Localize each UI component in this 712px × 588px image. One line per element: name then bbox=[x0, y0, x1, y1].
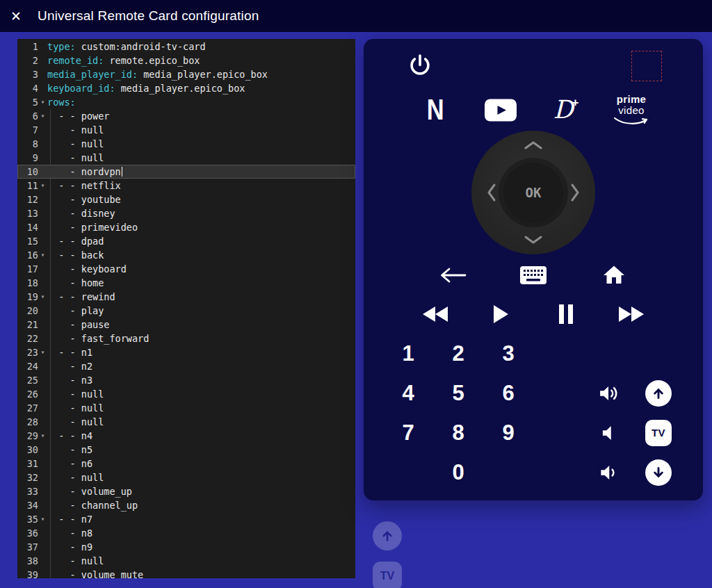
fold-arrow-icon[interactable]: ▾ bbox=[38, 345, 47, 359]
code-line[interactable]: 22 - fast_forward bbox=[17, 332, 355, 345]
code-line[interactable]: 17 - keyboard bbox=[17, 262, 355, 276]
remote-row-5 bbox=[364, 295, 703, 334]
digit-6-button[interactable]: 6 bbox=[502, 381, 514, 406]
line-number: 15 bbox=[17, 234, 38, 248]
code-line[interactable]: 34 - channel_up bbox=[17, 498, 355, 512]
youtube-button[interactable] bbox=[485, 99, 517, 122]
code-line[interactable]: 15 - - dpad bbox=[17, 234, 355, 248]
code-line[interactable]: 19▾ - - rewind bbox=[17, 290, 355, 304]
line-number: 11 bbox=[17, 179, 38, 193]
fold-arrow-icon[interactable]: ▾ bbox=[38, 109, 47, 123]
remote-row-8: 7 8 9 TV bbox=[364, 413, 703, 452]
fold-arrow-icon[interactable]: ▾ bbox=[38, 512, 47, 526]
code-line[interactable]: 30 - n5 bbox=[17, 443, 355, 457]
code-line[interactable]: 26 - null bbox=[17, 387, 355, 401]
line-number: 13 bbox=[17, 206, 38, 220]
digit-9-button[interactable]: 9 bbox=[502, 420, 514, 446]
play-button[interactable] bbox=[492, 304, 510, 325]
dpad-left-button[interactable] bbox=[483, 178, 501, 207]
rewind-button[interactable] bbox=[421, 305, 449, 323]
code-line[interactable]: 1type: custom:android-tv-card bbox=[17, 40, 355, 54]
code-line[interactable]: 23▾ - - n1 bbox=[17, 345, 355, 359]
fast-forward-button[interactable] bbox=[617, 305, 645, 323]
code-text: - channel_up bbox=[47, 498, 138, 512]
volume-down-button[interactable] bbox=[597, 462, 620, 483]
home-button[interactable] bbox=[601, 263, 626, 288]
digit-2-button[interactable]: 2 bbox=[452, 341, 464, 366]
code-line[interactable]: 25 - n3 bbox=[17, 373, 355, 387]
code-line[interactable]: 4keyboard_id: media_player.epico_box bbox=[17, 81, 355, 95]
yaml-editor[interactable]: 1type: custom:android-tv-card2remote_id:… bbox=[17, 39, 355, 578]
code-line[interactable]: 27 - null bbox=[17, 401, 355, 415]
remote-row-1 bbox=[364, 42, 703, 90]
digit-1-button[interactable]: 1 bbox=[402, 341, 414, 366]
code-text: - - rewind bbox=[47, 290, 115, 304]
fold-arrow-icon[interactable]: ▾ bbox=[38, 290, 47, 304]
netflix-button[interactable]: N bbox=[425, 95, 446, 124]
code-line[interactable]: 37 - n9 bbox=[17, 540, 355, 554]
channel-down-button[interactable] bbox=[645, 459, 672, 486]
prime-video-button[interactable]: prime video bbox=[613, 94, 650, 126]
channel-up-button[interactable] bbox=[645, 380, 672, 407]
code-line[interactable]: 32 - null bbox=[17, 471, 355, 484]
code-line[interactable]: 16▾ - - back bbox=[17, 248, 355, 262]
fold-spacer bbox=[38, 81, 47, 95]
code-line[interactable]: 3media_player_id: media_player.epico_box bbox=[17, 67, 355, 81]
chevron-left-icon bbox=[487, 182, 496, 203]
code-line[interactable]: 7 - null bbox=[17, 123, 355, 137]
volume-up-button[interactable] bbox=[597, 383, 620, 404]
code-line[interactable]: 14 - primevideo bbox=[17, 220, 355, 234]
code-text: - null bbox=[47, 415, 104, 429]
digit-3-button[interactable]: 3 bbox=[502, 341, 514, 366]
code-line[interactable]: 29▾ - - n4 bbox=[17, 429, 355, 443]
disney-plus-button[interactable]: D+ bbox=[553, 97, 579, 122]
code-line[interactable]: 39 - volume_mute bbox=[17, 568, 355, 578]
close-button[interactable]: ✕ bbox=[0, 0, 32, 32]
code-line[interactable]: 12 - youtube bbox=[17, 193, 355, 206]
digit-8-button[interactable]: 8 bbox=[452, 420, 464, 446]
back-button[interactable] bbox=[438, 267, 467, 284]
digit-7-button[interactable]: 7 bbox=[402, 420, 414, 446]
code-line[interactable]: 6▾ - - power bbox=[17, 109, 355, 123]
fold-arrow-icon[interactable]: ▾ bbox=[38, 429, 47, 443]
code-line[interactable]: 36 - n8 bbox=[17, 526, 355, 540]
code-line[interactable]: 28 - null bbox=[17, 415, 355, 429]
code-line[interactable]: 10 - nordvpn bbox=[17, 165, 355, 179]
pause-button[interactable] bbox=[558, 304, 574, 324]
code-text: - fast_forward bbox=[47, 332, 149, 345]
fold-arrow-icon[interactable]: ▾ bbox=[38, 248, 47, 262]
digit-0-button[interactable]: 0 bbox=[452, 460, 464, 485]
code-line[interactable]: 35▾ - - n7 bbox=[17, 512, 355, 526]
dpad-ok-button[interactable]: OK bbox=[503, 163, 563, 222]
code-line[interactable]: 5▾rows: bbox=[17, 95, 355, 109]
code-line[interactable]: 21 - pause bbox=[17, 318, 355, 332]
dpad-up-button[interactable] bbox=[519, 136, 548, 154]
tv-button[interactable]: TV bbox=[645, 420, 672, 446]
code-line[interactable]: 18 - home bbox=[17, 276, 355, 290]
code-line[interactable]: 13 - disney bbox=[17, 206, 355, 220]
code-text: - null bbox=[47, 151, 104, 165]
code-line[interactable]: 8 - null bbox=[17, 137, 355, 151]
digit-5-button[interactable]: 5 bbox=[452, 381, 464, 406]
fold-arrow-icon[interactable]: ▾ bbox=[38, 95, 47, 109]
code-line[interactable]: 31 - n6 bbox=[17, 457, 355, 471]
code-line[interactable]: 9 - null bbox=[17, 151, 355, 165]
keyboard-button[interactable] bbox=[519, 266, 547, 285]
digit-4-button[interactable]: 4 bbox=[402, 381, 414, 406]
volume-mute-button[interactable] bbox=[597, 423, 620, 443]
code-line[interactable]: 11▾ - - netflix bbox=[17, 179, 355, 193]
nordvpn-button-placeholder[interactable] bbox=[631, 51, 662, 81]
code-line[interactable]: 20 - play bbox=[17, 304, 355, 318]
code-text: - volume_up bbox=[47, 484, 132, 498]
fold-spacer bbox=[38, 415, 47, 429]
power-button[interactable] bbox=[407, 53, 433, 79]
line-number: 18 bbox=[17, 276, 38, 290]
dpad-down-button[interactable] bbox=[519, 231, 548, 249]
code-line[interactable]: 38 - null bbox=[17, 554, 355, 568]
dpad: OK bbox=[471, 131, 595, 254]
fold-arrow-icon[interactable]: ▾ bbox=[38, 179, 47, 193]
dpad-right-button[interactable] bbox=[566, 178, 584, 207]
code-line[interactable]: 24 - n2 bbox=[17, 359, 355, 373]
code-line[interactable]: 2remote_id: remote.epico_box bbox=[17, 54, 355, 67]
code-line[interactable]: 33 - volume_up bbox=[17, 484, 355, 498]
